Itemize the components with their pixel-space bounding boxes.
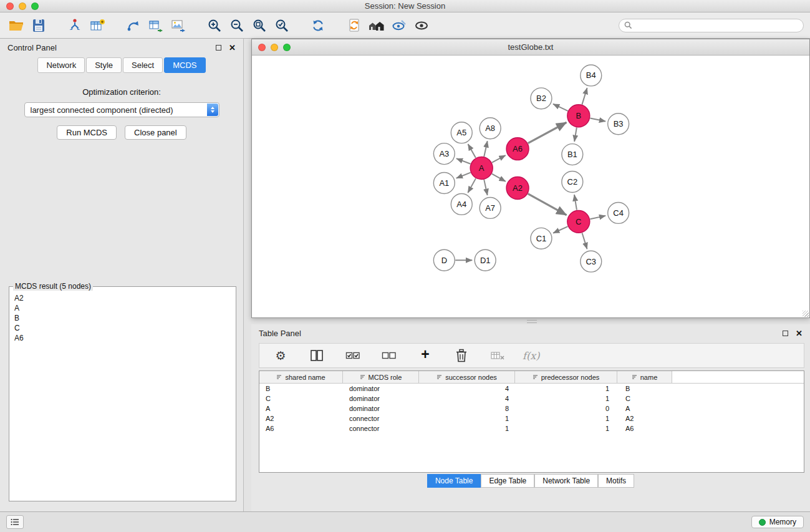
search-input[interactable] <box>635 21 798 31</box>
mcds-result-item[interactable]: A <box>12 303 233 313</box>
open-session-button[interactable] <box>5 14 27 37</box>
mcds-result-item[interactable]: C <box>12 323 233 333</box>
graph-edge[interactable] <box>492 155 506 163</box>
graph-edge[interactable] <box>484 141 487 157</box>
graph-node[interactable]: B2 <box>531 88 552 109</box>
graph-edge[interactable] <box>553 104 568 111</box>
export-network-button[interactable] <box>122 14 145 37</box>
column-header-name[interactable]: name <box>617 371 672 383</box>
import-network-button[interactable] <box>64 14 86 37</box>
show-columns-button[interactable] <box>306 344 328 367</box>
graph-node[interactable]: A6 <box>506 138 529 160</box>
delete-table-button[interactable] <box>486 344 509 367</box>
zoom-selected-button[interactable] <box>271 14 293 37</box>
tab-motifs[interactable]: Motifs <box>598 474 634 488</box>
zoom-selected-icon <box>274 17 290 34</box>
table-row[interactable]: A6connector11A6 <box>259 423 804 433</box>
graph-node[interactable]: A8 <box>480 118 501 139</box>
graph-edge[interactable] <box>590 118 605 122</box>
deselect-all-button[interactable] <box>378 344 400 367</box>
export-image-button[interactable] <box>167 14 190 37</box>
function-builder-label[interactable]: f(x) <box>523 350 539 362</box>
close-panel-icon[interactable]: ✕ <box>229 44 236 52</box>
column-header-mcds-role[interactable]: MCDS role <box>343 371 419 383</box>
graph-node[interactable]: A4 <box>451 193 472 215</box>
tab-network[interactable]: Network <box>37 57 85 73</box>
tab-style[interactable]: Style <box>86 57 122 73</box>
graph-edge[interactable] <box>574 128 577 142</box>
graph-node[interactable]: B4 <box>581 65 602 86</box>
graph-edge[interactable] <box>582 233 587 249</box>
select-all-button[interactable] <box>342 344 364 367</box>
tab-edge-table[interactable]: Edge Table <box>481 474 534 488</box>
graph-node[interactable]: C1 <box>531 228 552 249</box>
delete-row-button[interactable] <box>450 344 473 367</box>
float-panel-icon[interactable] <box>216 45 221 51</box>
show-panels-button[interactable] <box>6 515 24 529</box>
graph-edge[interactable] <box>468 144 476 158</box>
network-canvas[interactable]: B4B2BB3A5A8A6B1A3AC2A1A2A4A7C4C1CC3DD1 <box>252 56 809 317</box>
zoom-fit-button[interactable] <box>248 14 271 37</box>
graph-node[interactable]: D1 <box>475 249 496 271</box>
graph-node[interactable]: B3 <box>608 114 629 135</box>
graph-edge[interactable] <box>484 180 487 195</box>
graph-node[interactable]: A3 <box>433 143 455 165</box>
graph-node[interactable]: A2 <box>506 177 529 200</box>
table-row[interactable]: Cdominator41C <box>259 394 804 404</box>
birdseye-view-button[interactable] <box>410 14 433 37</box>
graph-edge[interactable] <box>456 158 471 164</box>
table-row[interactable]: Adominator80A <box>259 404 804 414</box>
graphics-details-button[interactable] <box>388 14 410 37</box>
graph-edge[interactable] <box>456 173 471 178</box>
graph-node[interactable]: A7 <box>480 197 501 218</box>
tab-select[interactable]: Select <box>123 57 163 73</box>
column-header-successor-nodes[interactable]: successor nodes <box>419 371 515 383</box>
graph-edge[interactable] <box>582 88 587 105</box>
save-session-button[interactable] <box>27 14 50 37</box>
graph-node[interactable]: B <box>567 105 590 127</box>
table-row[interactable]: A2connector11A2 <box>259 414 804 423</box>
graph-node[interactable]: C <box>567 210 590 233</box>
export-table-button[interactable] <box>145 14 167 37</box>
column-header-predecessor-nodes[interactable]: predecessor nodes <box>515 371 617 383</box>
table-row[interactable]: Bdominator41B <box>259 384 804 394</box>
home-button[interactable] <box>365 14 388 37</box>
table-float-panel-icon[interactable] <box>783 331 788 336</box>
graph-node[interactable]: C3 <box>581 251 602 272</box>
graph-node[interactable]: B1 <box>562 144 583 165</box>
graph-node[interactable]: A5 <box>451 122 472 143</box>
graph-edge[interactable] <box>492 174 506 181</box>
refresh-button[interactable] <box>307 14 329 37</box>
graph-node[interactable]: D <box>433 249 455 271</box>
table-settings-button[interactable]: ⚙ <box>269 344 292 367</box>
graph-edge[interactable] <box>590 216 605 219</box>
run-mcds-button[interactable]: Run MCDS <box>57 125 117 140</box>
zoom-out-button[interactable] <box>226 14 248 37</box>
graph-node[interactable]: A <box>470 157 493 180</box>
tab-node-table[interactable]: Node Table <box>427 474 481 488</box>
mcds-result-item[interactable]: A2 <box>12 293 233 303</box>
mcds-result-item[interactable]: A6 <box>12 333 233 343</box>
graph-edge[interactable] <box>574 195 577 210</box>
memory-button[interactable]: Memory <box>751 516 804 528</box>
graph-edge[interactable] <box>468 178 476 193</box>
graph-edge[interactable] <box>528 122 567 143</box>
resize-grip[interactable] <box>803 311 809 317</box>
close-panel-button[interactable]: Close panel <box>125 125 186 140</box>
mcds-result-item[interactable]: B <box>12 313 233 323</box>
splitter-handle[interactable] <box>527 320 537 323</box>
graph-edge[interactable] <box>553 226 567 233</box>
column-header-shared-name[interactable]: shared name <box>259 371 343 383</box>
export-document-button[interactable] <box>343 14 365 37</box>
zoom-in-button[interactable] <box>203 14 226 37</box>
import-table-button[interactable] <box>86 14 108 37</box>
tab-mcds[interactable]: MCDS <box>164 57 205 73</box>
graph-node[interactable]: C2 <box>562 172 583 193</box>
graph-edge[interactable] <box>528 194 567 215</box>
optimization-criterion-select[interactable]: largest connected component (directed) <box>24 102 219 117</box>
table-close-panel-icon[interactable]: ✕ <box>796 329 803 337</box>
graph-node[interactable]: C4 <box>608 202 629 223</box>
tab-network-table[interactable]: Network Table <box>534 474 598 488</box>
add-row-button[interactable]: + <box>414 344 436 367</box>
graph-node[interactable]: A1 <box>433 173 455 194</box>
